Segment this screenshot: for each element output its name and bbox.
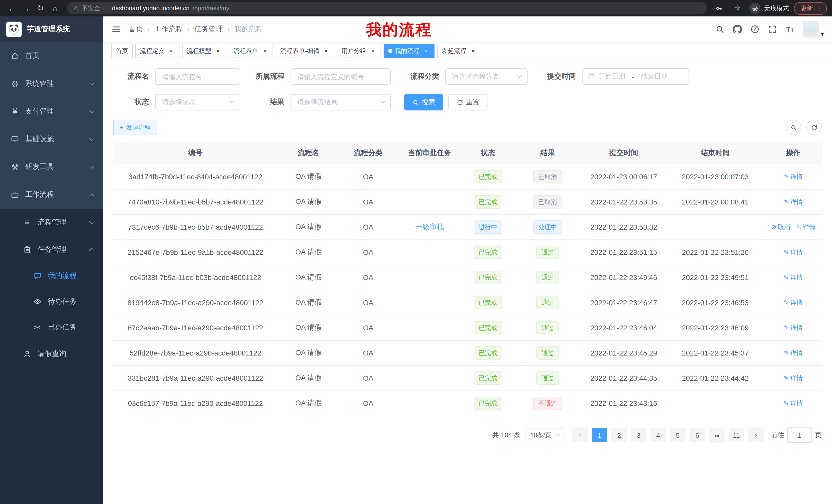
sidebar-item-todo-tasks[interactable]: 待办任务 [0, 289, 103, 314]
current-task-link[interactable]: 一级审批 [415, 222, 444, 231]
tools-icon: ⚒ [10, 162, 20, 172]
tab-close-icon[interactable]: × [322, 47, 330, 54]
cell-actions: ✎详情 [765, 315, 822, 340]
page-button-4[interactable]: 4 [650, 428, 666, 443]
tab-process-form-edit[interactable]: 流程表单-编辑× [276, 44, 334, 58]
sidebar-item-my-process[interactable]: 我的流程 [0, 263, 103, 289]
page-size-select[interactable]: 10条/页 [526, 428, 564, 442]
detail-button[interactable]: ✎详情 [784, 324, 803, 332]
page-button-6[interactable]: 6 [690, 428, 705, 443]
page-button-3[interactable]: 3 [631, 428, 646, 443]
help-icon[interactable]: ? [751, 25, 760, 34]
tab-close-icon[interactable]: × [369, 47, 376, 54]
chrome-home-icon[interactable]: ⌂ [48, 2, 62, 15]
tab-process-model[interactable]: 流程模型× [182, 44, 226, 58]
result-select[interactable]: 请选择流结果 [290, 94, 391, 110]
detail-button[interactable]: ✎详情 [784, 273, 803, 282]
sidebar-item-dev-tools[interactable]: ⚒研发工具 [0, 153, 103, 181]
page-button-5[interactable]: 5 [670, 428, 685, 443]
sidebar-item-infrastructure[interactable]: 基础设施 [0, 125, 103, 153]
cell-category: OA [339, 315, 397, 340]
forward-icon[interactable]: → [20, 2, 33, 15]
cell-end-time: 2022-01-22 23:51:20 [666, 240, 765, 265]
search-button[interactable]: 搜索 [404, 94, 443, 110]
star-icon[interactable]: ☆ [731, 2, 744, 15]
sidebar-item-task-management[interactable]: 任务管理 [0, 236, 103, 263]
key-icon[interactable] [712, 2, 726, 15]
sidebar-item-done-tasks[interactable]: ✂已办任务 [0, 314, 103, 340]
chevron-down-icon [89, 136, 94, 141]
detail-button[interactable]: ✎详情 [784, 374, 803, 383]
sidebar-item-workflow[interactable]: 工作流程 [0, 181, 103, 208]
reload-icon[interactable]: ↻ [34, 2, 47, 15]
detail-button[interactable]: ✎详情 [784, 299, 803, 307]
refresh-button[interactable] [806, 120, 822, 135]
chevron-down-icon [89, 108, 94, 113]
start-process-button[interactable]: +发起流程 [113, 120, 157, 135]
tab-process-form[interactable]: 流程表单× [229, 44, 273, 58]
breadcrumb-item[interactable]: 工作流程 [154, 25, 183, 34]
user-menu[interactable]: ▾ [803, 21, 824, 37]
search-icon[interactable] [716, 25, 725, 34]
detail-button[interactable]: ✎详情 [796, 223, 815, 232]
more-pages-button[interactable]: ••• [709, 428, 725, 443]
detail-button[interactable]: ✎详情 [784, 198, 803, 206]
tab-start-process[interactable]: 发起流程× [437, 44, 481, 58]
goto-page-input[interactable] [787, 427, 812, 443]
breadcrumb-item[interactable]: 任务管理 [194, 25, 223, 34]
prev-page-button[interactable]: ‹ [572, 428, 588, 442]
tab-home[interactable]: 首页 [111, 44, 133, 58]
category-select[interactable]: 请选择流程分类 [445, 68, 527, 85]
update-button[interactable]: 更新 ⋮ [794, 2, 827, 15]
cell-id: 52ffd28e-7b9a-11ec-a290-acde48001122 [113, 340, 278, 366]
sidebar-item-system-management[interactable]: ⚙系统管理 [0, 70, 103, 97]
cancel-button[interactable]: ⊘取消 [771, 223, 790, 232]
next-page-button[interactable]: › [748, 428, 763, 442]
hamburger-icon[interactable] [111, 24, 121, 34]
cell-current-task [397, 340, 462, 366]
page-size-value: 10条/页 [530, 431, 551, 440]
status-select[interactable]: 请选择状态 [155, 94, 240, 110]
address-bar[interactable]: ⚠ 不安全 dashboard.yudao.iocoder.cn/bpm/tas… [67, 2, 707, 15]
toggle-search-button[interactable] [786, 120, 801, 135]
font-size-icon[interactable]: TT [785, 25, 795, 34]
sidebar-item-home[interactable]: 首页 [0, 42, 103, 70]
process-name-input[interactable] [155, 68, 240, 85]
sidebar-item-payment-management[interactable]: ¥支付管理 [0, 97, 103, 125]
breadcrumb: 首页/工作流程/任务管理/我的流程 [129, 25, 263, 34]
tab-process-definition[interactable]: 流程定义× [135, 44, 179, 58]
column-header: 当前审批任务 [397, 142, 462, 164]
process-definition-input[interactable] [290, 68, 391, 85]
sidebar-item-leave-query[interactable]: 请假查询 [0, 340, 103, 367]
fullscreen-icon[interactable] [768, 25, 777, 34]
cell-end-time: 2022-01-22 23:49:51 [666, 265, 765, 290]
detail-button[interactable]: ✎详情 [784, 399, 803, 408]
page-button-1[interactable]: 1 [592, 428, 607, 443]
tab-my-process[interactable]: 我的流程× [384, 44, 435, 58]
result-badge: 通过 [536, 296, 559, 309]
cell-process-name: OA 请假 [278, 290, 339, 315]
github-icon[interactable] [733, 25, 742, 34]
tab-close-icon[interactable]: × [167, 47, 175, 54]
detail-button[interactable]: ✎详情 [784, 248, 803, 257]
tab-close-icon[interactable]: × [423, 47, 430, 54]
avatar[interactable] [803, 21, 820, 37]
breadcrumb-item[interactable]: 首页 [129, 25, 143, 34]
tab-user-group[interactable]: 用户分组× [337, 44, 381, 58]
detail-button[interactable]: ✎详情 [784, 173, 803, 181]
chevron-down-icon [89, 164, 94, 169]
tab-close-icon[interactable]: × [469, 47, 477, 54]
tab-close-icon[interactable]: × [261, 47, 268, 54]
page-button-2[interactable]: 2 [612, 428, 627, 443]
result-badge: 处理中 [533, 220, 562, 234]
back-icon[interactable]: ← [5, 2, 19, 15]
submit-time-range-picker[interactable]: 开始日期 - 结束日期 [582, 68, 689, 85]
browser-menu-icon[interactable]: ⋮ [815, 4, 823, 12]
sidebar-item-process-management[interactable]: ≡流程管理 [0, 208, 103, 236]
cell-actions: ✎详情 [765, 391, 822, 416]
tab-close-icon[interactable]: × [214, 47, 222, 54]
chevron-up-icon [89, 248, 94, 253]
detail-button[interactable]: ✎详情 [784, 349, 803, 358]
page-button-11[interactable]: 11 [729, 428, 744, 443]
reset-button[interactable]: 重置 [448, 94, 488, 110]
